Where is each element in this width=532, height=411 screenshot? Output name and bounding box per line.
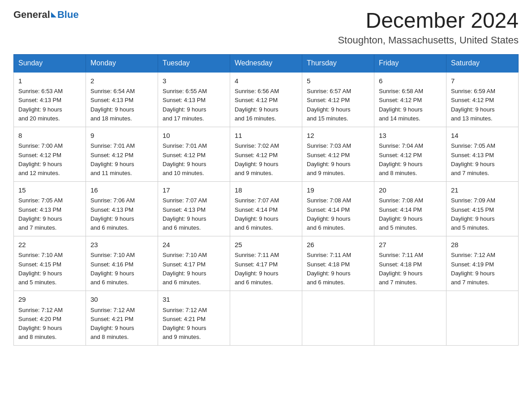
day-number: 5 [307, 76, 369, 86]
logo-blue-text: Blue [57, 9, 79, 21]
day-info: Sunrise: 7:00 AMSunset: 4:12 PMDaylight:… [18, 141, 81, 178]
day-number: 2 [90, 76, 153, 86]
day-number: 11 [235, 131, 297, 141]
day-number: 24 [163, 240, 225, 250]
header-sunday: Sunday [14, 54, 86, 72]
calendar-cell: 12Sunrise: 7:03 AMSunset: 4:12 PMDayligh… [302, 127, 374, 181]
calendar-cell: 25Sunrise: 7:11 AMSunset: 4:17 PMDayligh… [230, 236, 302, 291]
location-title: Stoughton, Massachusetts, United States [338, 34, 519, 46]
day-info: Sunrise: 7:05 AMSunset: 4:13 PMDaylight:… [451, 141, 514, 178]
week-row-3: 15Sunrise: 7:05 AMSunset: 4:13 PMDayligh… [14, 181, 519, 236]
calendar-cell: 2Sunrise: 6:54 AMSunset: 4:13 PMDaylight… [86, 72, 158, 127]
day-info: Sunrise: 7:11 AMSunset: 4:18 PMDaylight:… [307, 251, 369, 287]
header-wednesday: Wednesday [230, 54, 302, 72]
calendar-cell: 5Sunrise: 6:57 AMSunset: 4:12 PMDaylight… [302, 72, 374, 127]
calendar-cell: 22Sunrise: 7:10 AMSunset: 4:15 PMDayligh… [14, 236, 86, 291]
day-info: Sunrise: 7:10 AMSunset: 4:16 PMDaylight:… [90, 251, 153, 287]
day-info: Sunrise: 7:01 AMSunset: 4:12 PMDaylight:… [163, 141, 225, 178]
calendar-cell: 6Sunrise: 6:58 AMSunset: 4:12 PMDaylight… [374, 72, 446, 127]
calendar-cell [374, 291, 446, 346]
day-number: 1 [18, 76, 81, 86]
page-header: General Blue December 2024 Stoughton, Ma… [13, 9, 519, 46]
day-info: Sunrise: 7:12 AMSunset: 4:21 PMDaylight:… [163, 306, 225, 342]
day-number: 8 [18, 131, 81, 141]
calendar-cell: 18Sunrise: 7:07 AMSunset: 4:14 PMDayligh… [230, 181, 302, 236]
calendar-cell: 23Sunrise: 7:10 AMSunset: 4:16 PMDayligh… [86, 236, 158, 291]
calendar-cell: 20Sunrise: 7:08 AMSunset: 4:14 PMDayligh… [374, 181, 446, 236]
calendar-cell: 9Sunrise: 7:01 AMSunset: 4:12 PMDaylight… [86, 127, 158, 181]
day-info: Sunrise: 6:54 AMSunset: 4:13 PMDaylight:… [90, 87, 153, 123]
calendar-cell: 7Sunrise: 6:59 AMSunset: 4:12 PMDaylight… [446, 72, 519, 127]
day-info: Sunrise: 7:07 AMSunset: 4:13 PMDaylight:… [163, 196, 225, 232]
calendar-cell: 30Sunrise: 7:12 AMSunset: 4:21 PMDayligh… [86, 291, 158, 346]
calendar-cell: 16Sunrise: 7:06 AMSunset: 4:13 PMDayligh… [86, 181, 158, 236]
day-number: 27 [379, 240, 442, 250]
calendar-cell: 3Sunrise: 6:55 AMSunset: 4:13 PMDaylight… [158, 72, 230, 127]
day-info: Sunrise: 7:09 AMSunset: 4:15 PMDaylight:… [451, 196, 514, 232]
day-info: Sunrise: 7:12 AMSunset: 4:20 PMDaylight:… [18, 306, 81, 342]
calendar-cell: 24Sunrise: 7:10 AMSunset: 4:17 PMDayligh… [158, 236, 230, 291]
calendar-cell: 27Sunrise: 7:11 AMSunset: 4:18 PMDayligh… [374, 236, 446, 291]
day-number: 13 [379, 131, 442, 141]
calendar-cell [302, 291, 374, 346]
day-number: 6 [379, 76, 442, 86]
header-saturday: Saturday [446, 54, 519, 72]
day-number: 9 [90, 131, 153, 141]
day-info: Sunrise: 7:10 AMSunset: 4:17 PMDaylight:… [163, 251, 225, 287]
day-number: 4 [235, 76, 297, 86]
day-number: 15 [18, 185, 81, 196]
day-info: Sunrise: 7:04 AMSunset: 4:12 PMDaylight:… [379, 141, 442, 178]
calendar-cell: 11Sunrise: 7:02 AMSunset: 4:12 PMDayligh… [230, 127, 302, 181]
day-number: 10 [163, 131, 225, 141]
week-row-1: 1Sunrise: 6:53 AMSunset: 4:13 PMDaylight… [14, 72, 519, 127]
day-info: Sunrise: 6:59 AMSunset: 4:12 PMDaylight:… [451, 87, 514, 123]
calendar-cell: 29Sunrise: 7:12 AMSunset: 4:20 PMDayligh… [14, 291, 86, 346]
week-row-5: 29Sunrise: 7:12 AMSunset: 4:20 PMDayligh… [14, 291, 519, 346]
calendar-cell: 14Sunrise: 7:05 AMSunset: 4:13 PMDayligh… [446, 127, 519, 181]
header-friday: Friday [374, 54, 446, 72]
day-info: Sunrise: 7:06 AMSunset: 4:13 PMDaylight:… [90, 196, 153, 232]
calendar-header-row: SundayMondayTuesdayWednesdayThursdayFrid… [14, 54, 519, 72]
calendar-cell [230, 291, 302, 346]
day-number: 21 [451, 185, 514, 196]
day-info: Sunrise: 6:57 AMSunset: 4:12 PMDaylight:… [307, 87, 369, 123]
day-info: Sunrise: 7:10 AMSunset: 4:15 PMDaylight:… [18, 251, 81, 287]
day-info: Sunrise: 7:11 AMSunset: 4:17 PMDaylight:… [235, 251, 297, 287]
calendar-cell: 8Sunrise: 7:00 AMSunset: 4:12 PMDaylight… [14, 127, 86, 181]
day-number: 25 [235, 240, 297, 250]
calendar-cell: 10Sunrise: 7:01 AMSunset: 4:12 PMDayligh… [158, 127, 230, 181]
day-number: 18 [235, 185, 297, 196]
day-info: Sunrise: 7:08 AMSunset: 4:14 PMDaylight:… [379, 196, 442, 232]
calendar-cell: 28Sunrise: 7:12 AMSunset: 4:19 PMDayligh… [446, 236, 519, 291]
day-number: 31 [163, 295, 225, 305]
day-info: Sunrise: 6:55 AMSunset: 4:13 PMDaylight:… [163, 87, 225, 123]
day-number: 28 [451, 240, 514, 250]
day-info: Sunrise: 7:02 AMSunset: 4:12 PMDaylight:… [235, 141, 297, 178]
day-info: Sunrise: 7:11 AMSunset: 4:18 PMDaylight:… [379, 251, 442, 287]
week-row-4: 22Sunrise: 7:10 AMSunset: 4:15 PMDayligh… [14, 236, 519, 291]
day-info: Sunrise: 7:12 AMSunset: 4:19 PMDaylight:… [451, 251, 514, 287]
week-row-2: 8Sunrise: 7:00 AMSunset: 4:12 PMDaylight… [14, 127, 519, 181]
calendar-cell: 13Sunrise: 7:04 AMSunset: 4:12 PMDayligh… [374, 127, 446, 181]
day-number: 29 [18, 295, 81, 305]
logo-general-text: General [13, 9, 50, 21]
day-number: 23 [90, 240, 153, 250]
day-number: 30 [90, 295, 153, 305]
day-number: 22 [18, 240, 81, 250]
header-monday: Monday [86, 54, 158, 72]
day-number: 3 [163, 76, 225, 86]
calendar-table: SundayMondayTuesdayWednesdayThursdayFrid… [13, 54, 519, 346]
title-area: December 2024 Stoughton, Massachusetts, … [338, 9, 519, 46]
header-thursday: Thursday [302, 54, 374, 72]
calendar-cell: 26Sunrise: 7:11 AMSunset: 4:18 PMDayligh… [302, 236, 374, 291]
day-number: 16 [90, 185, 153, 196]
calendar-cell: 21Sunrise: 7:09 AMSunset: 4:15 PMDayligh… [446, 181, 519, 236]
day-info: Sunrise: 7:05 AMSunset: 4:13 PMDaylight:… [18, 196, 81, 232]
day-info: Sunrise: 7:01 AMSunset: 4:12 PMDaylight:… [90, 141, 153, 178]
day-number: 17 [163, 185, 225, 196]
day-info: Sunrise: 7:03 AMSunset: 4:12 PMDaylight:… [307, 141, 369, 178]
calendar-cell: 17Sunrise: 7:07 AMSunset: 4:13 PMDayligh… [158, 181, 230, 236]
day-info: Sunrise: 6:53 AMSunset: 4:13 PMDaylight:… [18, 87, 81, 123]
day-number: 20 [379, 185, 442, 196]
day-info: Sunrise: 7:07 AMSunset: 4:14 PMDaylight:… [235, 196, 297, 232]
